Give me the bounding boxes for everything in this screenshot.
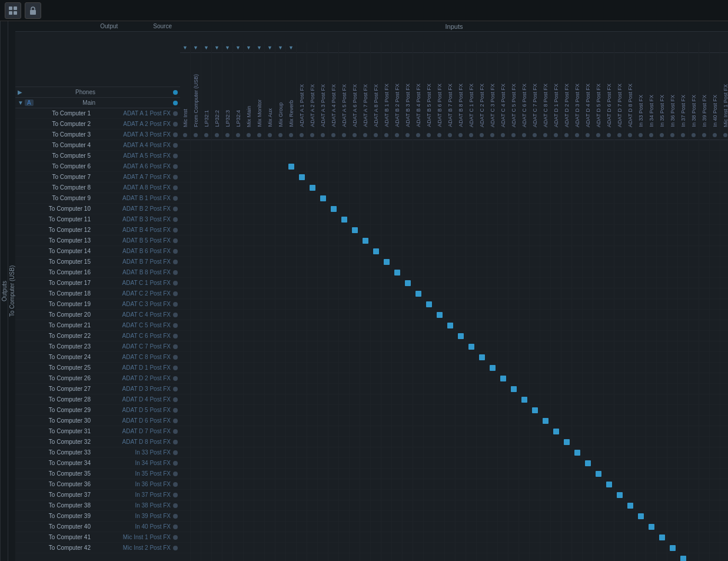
matrix-cell[interactable] — [551, 532, 561, 543]
matrix-cell[interactable] — [297, 172, 307, 182]
matrix-cell[interactable] — [720, 426, 728, 437]
matrix-cell[interactable] — [212, 352, 222, 363]
matrix-cell[interactable] — [265, 532, 275, 543]
matrix-cell[interactable] — [286, 151, 297, 161]
matrix-cell[interactable] — [318, 416, 328, 426]
matrix-cell[interactable] — [434, 214, 445, 225]
matrix-cell[interactable] — [583, 394, 593, 405]
matrix-cell[interactable] — [456, 447, 466, 458]
matrix-cell[interactable] — [403, 416, 413, 426]
matrix-cell[interactable] — [424, 140, 434, 151]
matrix-cell[interactable] — [275, 310, 286, 320]
matrix-cell[interactable] — [244, 267, 254, 278]
matrix-cell[interactable] — [233, 310, 244, 320]
matrix-cell[interactable] — [445, 182, 456, 193]
matrix-cell[interactable] — [339, 331, 350, 341]
matrix-cell[interactable] — [530, 225, 540, 235]
matrix-cell[interactable] — [593, 246, 604, 257]
matrix-cell[interactable] — [456, 151, 466, 161]
matrix-cell[interactable] — [339, 246, 350, 257]
matrix-cell[interactable] — [540, 458, 551, 469]
matrix-cell[interactable] — [350, 490, 360, 500]
matrix-cell[interactable] — [360, 235, 371, 246]
matrix-cell[interactable] — [328, 320, 339, 331]
matrix-cell[interactable] — [424, 532, 434, 543]
matrix-cell[interactable] — [699, 331, 710, 341]
matrix-cell[interactable] — [339, 278, 350, 288]
matrix-cell[interactable] — [551, 182, 561, 193]
matrix-cell[interactable] — [530, 310, 540, 320]
matrix-cell[interactable] — [403, 193, 413, 204]
matrix-cell[interactable] — [403, 235, 413, 246]
matrix-cell[interactable] — [657, 140, 667, 151]
matrix-cell[interactable] — [371, 479, 381, 490]
matrix-cell[interactable] — [710, 394, 720, 405]
matrix-cell[interactable] — [466, 288, 477, 299]
matrix-cell[interactable] — [646, 532, 657, 543]
matrix-cell[interactable] — [371, 394, 381, 405]
matrix-cell[interactable] — [307, 204, 318, 214]
computer-row-item[interactable]: To Computer 34 In 34 Post FX — [15, 458, 180, 469]
matrix-cell[interactable] — [604, 416, 614, 426]
matrix-cell[interactable] — [689, 373, 699, 384]
matrix-cell[interactable] — [477, 511, 487, 522]
matrix-cell[interactable] — [201, 288, 212, 299]
matrix-cell[interactable] — [456, 426, 466, 437]
matrix-cell[interactable] — [583, 225, 593, 235]
matrix-cell[interactable] — [233, 479, 244, 490]
matrix-cell[interactable] — [487, 437, 498, 447]
matrix-cell[interactable] — [530, 204, 540, 214]
matrix-cell[interactable] — [657, 437, 667, 447]
matrix-cell[interactable] — [360, 140, 371, 151]
matrix-cell[interactable] — [244, 511, 254, 522]
matrix-cell[interactable] — [212, 310, 222, 320]
matrix-cell[interactable] — [561, 469, 572, 479]
matrix-cell[interactable] — [244, 352, 254, 363]
matrix-cell[interactable] — [530, 405, 540, 416]
matrix-cell[interactable] — [233, 246, 244, 257]
matrix-cell[interactable] — [636, 182, 646, 193]
matrix-cell[interactable] — [625, 479, 636, 490]
matrix-cell[interactable] — [339, 267, 350, 278]
matrix-cell[interactable] — [424, 320, 434, 331]
matrix-cell[interactable] — [244, 458, 254, 469]
matrix-cell[interactable] — [201, 363, 212, 373]
matrix-cell[interactable] — [445, 532, 456, 543]
matrix-cell[interactable] — [297, 426, 307, 437]
matrix-cell[interactable] — [636, 363, 646, 373]
matrix-cell[interactable] — [350, 373, 360, 384]
matrix-cell[interactable] — [572, 458, 583, 469]
matrix-cell[interactable] — [498, 469, 508, 479]
matrix-cell[interactable] — [381, 225, 392, 235]
matrix-cell[interactable] — [275, 543, 286, 553]
matrix-cell[interactable] — [360, 522, 371, 532]
matrix-cell[interactable] — [593, 373, 604, 384]
matrix-cell[interactable] — [339, 288, 350, 299]
matrix-cell[interactable] — [233, 172, 244, 182]
matrix-cell[interactable] — [519, 543, 530, 553]
matrix-cell[interactable] — [720, 458, 728, 469]
matrix-cell[interactable] — [233, 553, 244, 561]
matrix-cell[interactable] — [710, 172, 720, 182]
matrix-cell[interactable] — [212, 373, 222, 384]
matrix-cell[interactable] — [297, 267, 307, 278]
matrix-cell[interactable] — [593, 543, 604, 553]
matrix-cell[interactable] — [424, 331, 434, 341]
matrix-cell[interactable] — [561, 235, 572, 246]
matrix-cell[interactable] — [413, 532, 424, 543]
matrix-cell[interactable] — [561, 352, 572, 363]
matrix-cell[interactable] — [477, 500, 487, 511]
matrix-cell[interactable] — [508, 469, 519, 479]
matrix-cell[interactable] — [498, 140, 508, 151]
matrix-cell[interactable] — [646, 204, 657, 214]
matrix-cell[interactable] — [614, 299, 625, 310]
matrix-cell[interactable] — [286, 532, 297, 543]
matrix-cell[interactable] — [540, 469, 551, 479]
matrix-cell[interactable] — [583, 151, 593, 161]
matrix-cell[interactable] — [339, 458, 350, 469]
matrix-cell[interactable] — [328, 447, 339, 458]
matrix-cell[interactable] — [466, 320, 477, 331]
matrix-cell[interactable] — [456, 204, 466, 214]
matrix-cell[interactable] — [381, 214, 392, 225]
matrix-cell[interactable] — [265, 267, 275, 278]
